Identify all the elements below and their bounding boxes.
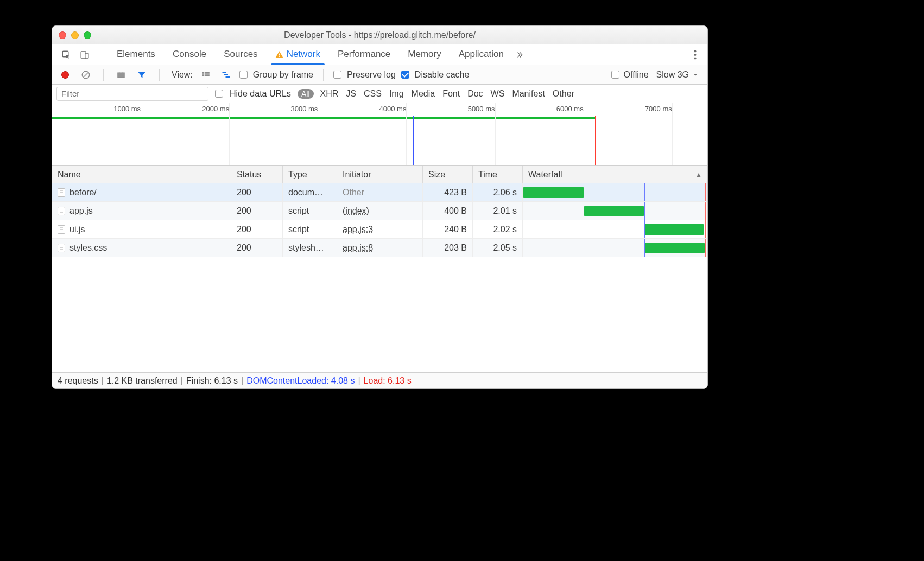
filter-type-js[interactable]: JS [346, 89, 356, 99]
filter-type-doc[interactable]: Doc [467, 89, 483, 99]
svg-point-7 [694, 57, 697, 59]
status-finish: Finish: 6.13 s [186, 376, 238, 386]
throttling-value: Slow 3G [656, 70, 689, 80]
svg-rect-11 [202, 74, 204, 76]
minimize-window-button[interactable] [71, 31, 79, 39]
column-header-type[interactable]: Type [283, 166, 337, 183]
separator [103, 69, 104, 81]
filter-toggle-icon[interactable] [134, 67, 149, 82]
request-time[interactable]: 2.05 s [473, 239, 523, 257]
svg-rect-10 [202, 72, 204, 73]
filter-type-other[interactable]: Other [553, 89, 574, 99]
preserve-log-checkbox[interactable] [333, 71, 341, 79]
request-type[interactable]: docum… [283, 183, 337, 202]
tab-memory[interactable]: Memory [399, 44, 450, 65]
column-header-time[interactable]: Time [473, 166, 523, 183]
record-button[interactable] [58, 67, 73, 82]
request-time[interactable]: 2.06 s [473, 183, 523, 202]
request-initiator[interactable]: (index) [337, 202, 423, 220]
hide-data-urls-checkbox[interactable] [215, 90, 223, 98]
request-time[interactable]: 2.02 s [473, 220, 523, 239]
request-status[interactable]: 200 [231, 202, 283, 220]
device-toolbar-icon[interactable] [77, 47, 92, 62]
svg-rect-15 [224, 74, 228, 75]
waterfall-bar [644, 224, 704, 235]
svg-point-6 [694, 54, 697, 56]
tab-performance[interactable]: Performance [329, 44, 399, 65]
view-label: View: [172, 70, 193, 80]
clear-button[interactable] [78, 67, 93, 82]
column-header-waterfall[interactable]: Waterfall▲ [523, 166, 707, 183]
disable-cache-checkbox[interactable] [401, 71, 409, 79]
waterfall-view-icon[interactable] [219, 67, 234, 82]
filter-type-all[interactable]: All [298, 89, 314, 99]
request-waterfall[interactable] [523, 220, 707, 239]
request-size[interactable]: 240 B [423, 220, 473, 239]
request-size[interactable]: 423 B [423, 183, 473, 202]
filter-type-img[interactable]: Img [389, 89, 404, 99]
filter-type-ws[interactable]: WS [491, 89, 505, 99]
request-waterfall[interactable] [523, 202, 707, 220]
request-name[interactable]: styles.css [52, 239, 231, 257]
separator [159, 69, 160, 81]
tab-network[interactable]: Network [267, 44, 329, 65]
file-icon [58, 188, 65, 197]
file-icon [58, 225, 65, 234]
filter-type-xhr[interactable]: XHR [320, 89, 339, 99]
request-initiator[interactable]: app.js:8 [337, 239, 423, 257]
offline-checkbox[interactable] [611, 71, 619, 79]
column-header-size[interactable]: Size [423, 166, 473, 183]
request-type[interactable]: script [283, 220, 337, 239]
filter-type-font[interactable]: Font [442, 89, 460, 99]
request-type[interactable]: script [283, 202, 337, 220]
request-status[interactable]: 200 [231, 239, 283, 257]
zoom-window-button[interactable] [84, 31, 91, 39]
request-initiator[interactable]: app.js:3 [337, 220, 423, 239]
tab-elements[interactable]: Elements [108, 44, 164, 65]
request-status[interactable]: 200 [231, 183, 283, 202]
network-toolbar: View: Group by frame Preserve log Disabl… [52, 65, 707, 85]
filter-type-manifest[interactable]: Manifest [512, 89, 545, 99]
request-name[interactable]: before/ [52, 183, 231, 202]
request-waterfall[interactable] [523, 239, 707, 257]
filter-input[interactable] [56, 87, 208, 101]
svg-rect-13 [205, 74, 210, 76]
more-tabs-icon[interactable] [512, 44, 527, 65]
overview-activity-bar [52, 117, 595, 119]
waterfall-load-marker [705, 183, 706, 201]
hide-data-urls-label: Hide data URLs [230, 89, 291, 99]
filter-type-css[interactable]: CSS [364, 89, 382, 99]
request-type[interactable]: stylesh… [283, 239, 337, 257]
request-status[interactable]: 200 [231, 220, 283, 239]
column-header-status[interactable]: Status [231, 166, 283, 183]
request-initiator[interactable]: Other [337, 183, 423, 202]
request-waterfall[interactable] [523, 183, 707, 202]
request-time[interactable]: 2.01 s [473, 202, 523, 220]
column-header-initiator[interactable]: Initiator [337, 166, 423, 183]
waterfall-dcl-marker [644, 183, 645, 201]
tab-console[interactable]: Console [164, 44, 215, 65]
waterfall-load-marker [705, 202, 706, 220]
inspect-element-icon[interactable] [59, 47, 74, 62]
separator [479, 69, 479, 81]
svg-point-5 [694, 50, 697, 52]
close-window-button[interactable] [59, 31, 66, 39]
request-size[interactable]: 400 B [423, 202, 473, 220]
svg-rect-4 [279, 56, 280, 56]
request-name[interactable]: ui.js [52, 220, 231, 239]
overview-timeline[interactable]: 1000 ms2000 ms3000 ms4000 ms5000 ms6000 … [52, 103, 707, 166]
column-header-name[interactable]: Name [52, 166, 231, 183]
capture-screenshots-icon[interactable] [113, 67, 129, 82]
filter-type-media[interactable]: Media [412, 89, 435, 99]
tab-sources[interactable]: Sources [215, 44, 266, 65]
timeline-tick: 5000 ms [468, 105, 495, 113]
group-by-frame-checkbox[interactable] [239, 71, 248, 79]
tab-application[interactable]: Application [450, 44, 512, 65]
preserve-log-label: Preserve log [347, 70, 396, 80]
warning-icon [275, 50, 283, 59]
settings-menu-icon[interactable] [686, 44, 704, 65]
request-size[interactable]: 203 B [423, 239, 473, 257]
throttling-dropdown[interactable]: Slow 3G [653, 70, 702, 80]
request-name[interactable]: app.js [52, 202, 231, 220]
list-view-icon[interactable] [198, 67, 213, 82]
